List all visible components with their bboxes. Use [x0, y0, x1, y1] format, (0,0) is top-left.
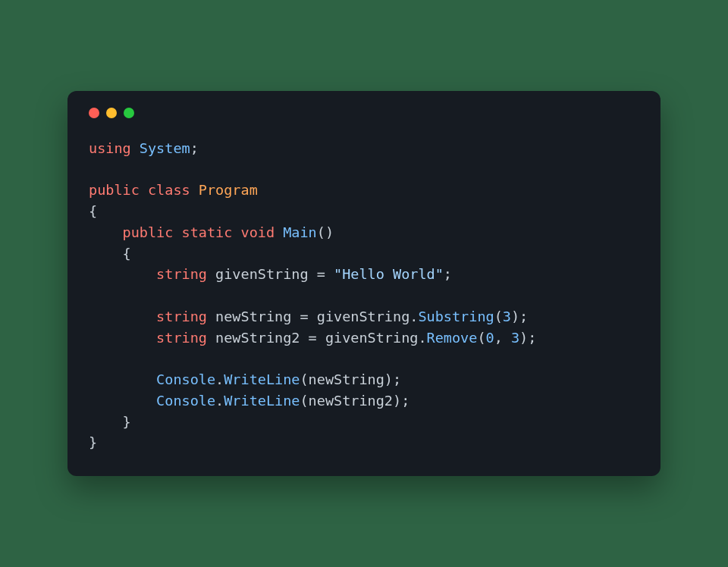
keyword-class: class: [148, 182, 190, 198]
method-writeline: WriteLine: [224, 371, 300, 387]
string-literal-hello: "Hello World": [334, 266, 444, 282]
keyword-void: void: [241, 224, 275, 240]
number-0: 0: [486, 330, 494, 346]
code-block: using System; public class Program { pub…: [89, 138, 639, 453]
keyword-static: static: [182, 224, 233, 240]
close-icon[interactable]: [89, 108, 99, 118]
keyword-using: using: [89, 140, 131, 156]
class-program: Program: [199, 182, 258, 198]
brace-open: {: [89, 203, 97, 219]
number-3: 3: [503, 309, 511, 324]
code-window: using System; public class Program { pub…: [67, 91, 661, 476]
namespace-system: System: [140, 140, 190, 156]
var-newString: newString: [215, 309, 291, 324]
minimize-icon[interactable]: [106, 108, 117, 118]
brace-close: }: [89, 434, 97, 450]
var-givenString: givenString: [215, 266, 309, 282]
keyword-string: string: [156, 266, 207, 282]
keyword-public: public: [89, 182, 140, 198]
var-newString2: newString2: [215, 330, 300, 346]
window-titlebar: [89, 108, 639, 118]
method-main: Main: [283, 224, 317, 240]
zoom-icon[interactable]: [124, 108, 134, 118]
method-remove: Remove: [427, 330, 478, 346]
method-substring: Substring: [418, 309, 494, 324]
operator-equals: =: [317, 266, 325, 282]
class-console: Console: [156, 371, 215, 387]
